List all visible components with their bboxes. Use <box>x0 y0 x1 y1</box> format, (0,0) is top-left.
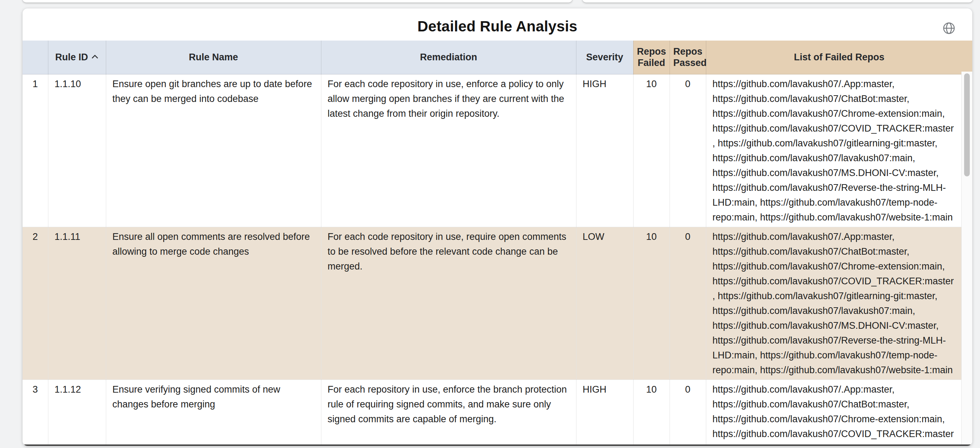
rule-name-cell: Ensure all open comments are resolved be… <box>106 227 321 380</box>
remediation-cell: For each code repository in use, require… <box>321 227 576 380</box>
globe-icon[interactable] <box>942 21 956 35</box>
failed-repos-cell: https://github.com/lavakush07/.App:maste… <box>706 75 972 227</box>
table-row: 1 1.1.10 Ensure open git branches are up… <box>22 75 972 227</box>
rule-table-wrap: Rule ID Rule Name Remediation Severity R… <box>22 41 972 445</box>
header-repos-passed[interactable]: Repos Passed <box>670 41 706 75</box>
repos-failed-cell: 10 <box>633 75 670 227</box>
header-rule-id[interactable]: Rule ID <box>48 41 106 75</box>
row-index: 1 <box>22 75 48 227</box>
page: Detailed Rule Analysis Rule ID <box>0 0 980 448</box>
header-remediation[interactable]: Remediation <box>321 41 576 75</box>
header-rule-id-label: Rule ID <box>55 52 88 62</box>
header-rule-name[interactable]: Rule Name <box>106 41 321 75</box>
header-index <box>22 41 48 75</box>
repos-passed-cell: 0 <box>670 380 706 445</box>
table-scrollbar[interactable] <box>961 71 972 445</box>
table-row: 3 1.1.12 Ensure verifying signed commits… <box>22 380 972 445</box>
repos-failed-cell: 10 <box>633 380 670 445</box>
failed-repos-cell: https://github.com/lavakush07/.App:maste… <box>706 380 972 445</box>
repos-passed-cell: 0 <box>670 227 706 380</box>
rule-table: Rule ID Rule Name Remediation Severity R… <box>22 41 972 445</box>
failed-repos-cell: https://github.com/lavakush07/.App:maste… <box>706 227 972 380</box>
rule-name-cell: Ensure open git branches are up to date … <box>106 75 321 227</box>
sort-ascending-icon <box>91 51 99 62</box>
severity-cell: LOW <box>576 227 633 380</box>
remediation-cell: For each repository in use, enforce the … <box>321 380 576 445</box>
row-index: 2 <box>22 227 48 380</box>
table-header-row: Rule ID Rule Name Remediation Severity R… <box>22 41 972 75</box>
severity-cell: HIGH <box>576 75 633 227</box>
table-row: 2 1.1.11 Ensure all open comments are re… <box>22 227 972 380</box>
page-title: Detailed Rule Analysis <box>22 8 972 35</box>
row-index: 3 <box>22 380 48 445</box>
rule-id-cell: 1.1.12 <box>48 380 106 445</box>
rule-id-cell: 1.1.10 <box>48 75 106 227</box>
header-repos-failed[interactable]: Repos Failed <box>633 41 670 75</box>
rule-analysis-card: Detailed Rule Analysis Rule ID <box>22 8 972 446</box>
top-card-right <box>582 0 973 2</box>
rule-name-cell: Ensure verifying signed commits of new c… <box>106 380 321 445</box>
repos-failed-cell: 10 <box>633 227 670 380</box>
header-failed-repos-list[interactable]: List of Failed Repos <box>706 41 972 75</box>
scrollbar-thumb[interactable] <box>964 73 970 176</box>
top-card-left <box>22 0 572 2</box>
remediation-cell: For each code repository in use, enforce… <box>321 75 576 227</box>
repos-passed-cell: 0 <box>670 75 706 227</box>
header-severity[interactable]: Severity <box>576 41 633 75</box>
severity-cell: HIGH <box>576 380 633 445</box>
rule-id-cell: 1.1.11 <box>48 227 106 380</box>
